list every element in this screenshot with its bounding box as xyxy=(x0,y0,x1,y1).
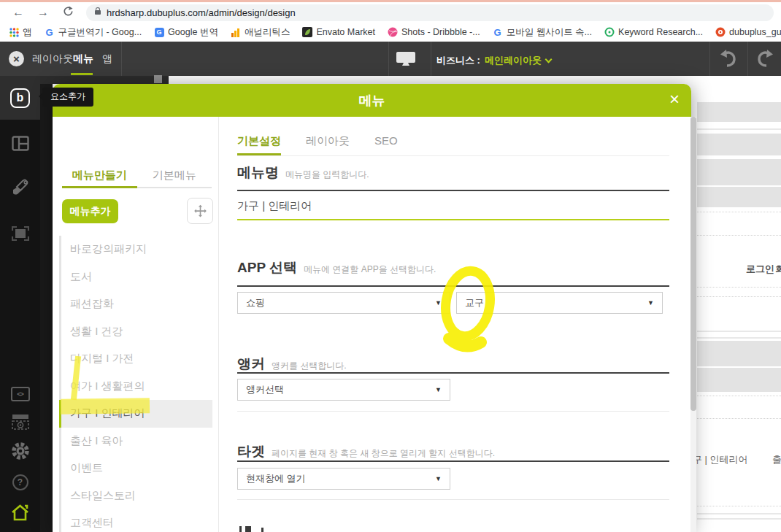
sidebar-preview-button[interactable] xyxy=(0,406,40,438)
paintbrush-icon xyxy=(12,179,29,196)
clipped-section-label xyxy=(239,526,242,532)
keyword-tool-icon xyxy=(604,27,615,37)
url-bar[interactable]: hrdsharp.dubuplus.com/admin/design/desig… xyxy=(86,4,774,21)
dropdown-arrow-icon: ▼ xyxy=(435,299,442,307)
sidebar-fullscreen-button[interactable] xyxy=(0,217,40,250)
menu-list-item[interactable]: 출산 I 육아 xyxy=(59,428,212,455)
login-link[interactable]: 로그인 xyxy=(746,263,774,276)
modal-title: 메뉴 xyxy=(53,92,691,109)
add-menu-button[interactable]: 메뉴추가 xyxy=(62,199,118,223)
sidebar-layout-button[interactable] xyxy=(0,127,40,159)
dropdown-arrow-icon: ▼ xyxy=(435,475,442,482)
toolbar-tab-layout[interactable]: 레이아웃 xyxy=(32,53,73,66)
gear-icon xyxy=(11,442,30,460)
anchor-label: 앵커 앵커를 선택합니다. xyxy=(237,355,669,374)
bookmark-apps[interactable]: 앱 xyxy=(9,26,32,39)
settings-tabs: 기본설정 레이아웃 SEO xyxy=(237,134,398,155)
reorder-button[interactable] xyxy=(187,198,213,224)
move-arrows-icon xyxy=(193,204,207,218)
bookmark-label: 모바일 웹사이트 속... xyxy=(507,26,592,39)
back-icon[interactable]: ← xyxy=(9,6,28,19)
editor-toolbar: × 레이아웃 메뉴 앱 비즈니스 : 메인레이아웃 xyxy=(0,42,781,76)
bookmark-google-translate[interactable]: G Google 번역 xyxy=(154,26,218,39)
fullscreen-icon xyxy=(12,226,29,241)
bookmark-google-translate-site[interactable]: G 구글번역기 - Goog... xyxy=(45,26,142,39)
modal-close-icon[interactable]: × xyxy=(669,89,680,109)
menu-list-item[interactable]: 생활 I 건강 xyxy=(59,318,212,346)
home-icon xyxy=(10,503,30,522)
active-tab-underline xyxy=(71,73,93,75)
tab-default-menu[interactable]: 기본메뉴 xyxy=(137,166,212,187)
menu-list-item[interactable]: 디지털 I 가전 xyxy=(59,345,212,373)
target-dropdown[interactable]: 현재창에 열기 ▼ xyxy=(237,468,450,490)
sidebar-add-element-button[interactable]: b xyxy=(0,82,40,114)
sidebar-design-button[interactable] xyxy=(0,171,40,204)
hidden-panel-knob xyxy=(154,75,162,83)
app-category-dropdown[interactable]: 교구 ▼ xyxy=(456,292,663,314)
menu-list: 바로강의패키지 도서 패션잡화 생활 I 건강 디지털 I 가전 여가 I 생활… xyxy=(59,236,212,532)
code-icon: <> xyxy=(11,387,30,401)
dropdown-arrow-icon: ▼ xyxy=(647,299,654,307)
bookmark-keyword-research[interactable]: Keyword Research... xyxy=(604,27,703,37)
tab-basic-settings[interactable]: 기본설정 xyxy=(237,134,281,155)
reload-icon[interactable] xyxy=(58,6,77,20)
hidden-panel-top xyxy=(40,76,169,84)
url-text[interactable]: hrdsharp.dubuplus.com/admin/design/desig… xyxy=(107,7,296,18)
context-value: 메인레이아웃 xyxy=(485,54,542,67)
menu-name-input[interactable]: 가구 | 인테리어 xyxy=(237,199,669,213)
screen: ← → hrdsharp.dubuplus.com/admin/design/d… xyxy=(0,0,781,532)
menu-list-item[interactable]: 고객센터 xyxy=(59,509,212,532)
desktop-view-icon[interactable] xyxy=(396,52,415,63)
bookmark-analytics[interactable]: 애널리틱스 xyxy=(231,26,291,39)
modal-scrollbar-thumb[interactable] xyxy=(690,117,696,411)
translate-icon: G xyxy=(154,27,164,37)
menu-list-item[interactable]: 스타일스토리 xyxy=(59,482,212,510)
menu-list-item[interactable]: 도서 xyxy=(59,263,212,291)
undo-icon[interactable] xyxy=(718,50,737,67)
sidebar-help-button[interactable]: ? xyxy=(0,466,40,498)
menu-list-item[interactable]: 패션잡화 xyxy=(59,290,212,318)
anchor-dropdown[interactable]: 앵커선택 ▼ xyxy=(237,379,450,401)
bookmark-envato[interactable]: Envato Market xyxy=(302,27,375,37)
redo-icon[interactable] xyxy=(756,50,775,67)
layout-context-dropdown[interactable]: 비즈니스 : 메인레이아웃 xyxy=(436,54,551,67)
nav-item-partial[interactable]: 출산 xyxy=(772,453,781,466)
apps-grid-icon xyxy=(9,27,19,37)
menu-modal: 메뉴 × 메뉴만들기 기본메뉴 메뉴추가 바로강의패키지 도서 패션잡화 생활 … xyxy=(53,84,691,532)
google-g-icon: G xyxy=(493,27,503,37)
clipped-section-label xyxy=(261,528,263,532)
toolbar-tab-menu[interactable]: 메뉴 xyxy=(73,53,93,66)
tab-menu-builder[interactable]: 메뉴만들기 xyxy=(62,166,137,188)
menu-list-item[interactable]: 여가 I 생활편의 xyxy=(59,373,212,401)
tab-seo[interactable]: SEO xyxy=(374,134,398,155)
bookmark-label: 구글번역기 - Goog... xyxy=(58,26,142,39)
menu-panel-tabs: 메뉴만들기 기본메뉴 xyxy=(62,166,212,188)
toolbar-tab-app[interactable]: 앱 xyxy=(102,53,112,66)
clipped-section-label xyxy=(245,526,251,532)
envato-icon xyxy=(302,27,312,37)
bookmark-label: Shots - Dribbble -... xyxy=(401,27,480,37)
target-label: 타겟 페이지를 현재 창 혹은 새 창으로 열리게 할지 선택합니다. xyxy=(237,442,669,461)
bookmark-dubuplus-guide[interactable]: dubuplus_guide by... xyxy=(715,27,781,37)
signup-link-partial[interactable]: 회 xyxy=(775,263,781,276)
nav-item-partial[interactable]: 구 | 인테리어 xyxy=(693,453,748,466)
forward-icon[interactable]: → xyxy=(34,6,53,19)
layout-grid-icon xyxy=(12,136,29,151)
bookmark-dribbble[interactable]: Shots - Dribbble -... xyxy=(388,27,480,37)
bookmark-mobile-speed[interactable]: G 모바일 웹사이트 속... xyxy=(493,26,592,39)
sidebar-home-button[interactable] xyxy=(0,496,40,528)
menu-list-item[interactable]: 이벤트 xyxy=(59,455,212,482)
sidebar-settings-button[interactable] xyxy=(0,435,40,467)
input-focus-underline xyxy=(237,219,669,220)
app-select-dropdown[interactable]: 쇼핑 ▼ xyxy=(237,292,450,314)
menu-list-item-active[interactable]: 가구 I 인테리어 xyxy=(59,400,212,428)
google-g-icon: G xyxy=(45,27,55,37)
tab-layout[interactable]: 레이아웃 xyxy=(306,134,350,155)
modal-header: 메뉴 × xyxy=(53,84,691,117)
dribbble-icon xyxy=(388,27,398,37)
menu-list-panel: 메뉴만들기 기본메뉴 메뉴추가 바로강의패키지 도서 패션잡화 생활 I 건강 … xyxy=(53,117,219,532)
bookmark-label: Envato Market xyxy=(316,27,375,37)
exit-editor-icon[interactable]: × xyxy=(9,51,24,66)
browser-navigation-bar: ← → hrdsharp.dubuplus.com/admin/design/d… xyxy=(0,2,781,23)
menu-list-item[interactable]: 바로강의패키지 xyxy=(59,236,212,263)
